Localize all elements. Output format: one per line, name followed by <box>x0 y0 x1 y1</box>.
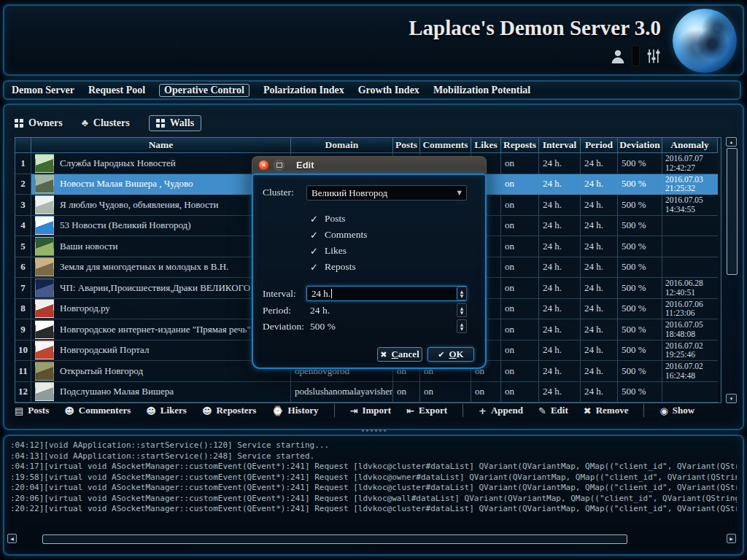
import-button-label: Import <box>362 405 391 416</box>
append-button[interactable]: +Append <box>479 405 523 416</box>
dialog-title: Edit <box>296 160 314 171</box>
column-header-Likes[interactable]: Likes <box>471 138 501 153</box>
likers-button[interactable]: ☻Likers <box>146 405 187 416</box>
smiley-icon: ☻ <box>64 405 74 416</box>
checkmark-icon: ✓ <box>310 246 318 257</box>
deviation-cell: 500 % <box>618 174 662 195</box>
row-thumbnail <box>35 382 54 401</box>
smiley-icon: ☻ <box>202 405 212 416</box>
deviation-spinner[interactable]: ▲▼ <box>457 319 467 333</box>
posts-button[interactable]: ▤Posts <box>15 405 49 416</box>
wall-name: Подслушано Малая Вишера <box>60 386 174 397</box>
export-icon: ⇤ <box>406 405 414 416</box>
column-header-Deviation[interactable]: Deviation <box>618 138 662 153</box>
period-cell: 24 h. <box>581 341 618 362</box>
column-header-Posts[interactable]: Posts <box>393 138 420 153</box>
remove-button[interactable]: ✖Remove <box>584 405 629 416</box>
interval-input[interactable]: 24 h. <box>306 286 467 301</box>
row-number: 10 <box>15 341 31 362</box>
wall-name: 53 Новости (Великий Новгород) <box>60 219 190 231</box>
tab-polarization-index[interactable]: Polarization Index <box>263 85 344 96</box>
export-button[interactable]: ⇤Export <box>406 405 447 416</box>
history-button[interactable]: ⌚History <box>271 405 318 416</box>
tab-mobilization-potential[interactable]: Mobilization Potential <box>433 85 530 96</box>
name-cell: Подслушано Малая Вишера <box>31 382 291 403</box>
interval-cell: 24 h. <box>539 361 581 382</box>
deviation-cell: 500 % <box>618 341 662 362</box>
row-thumbnail <box>35 195 54 214</box>
reposts-cell: on <box>501 153 539 174</box>
anomaly-cell: 2016.07.03 21:25:32 <box>662 174 718 195</box>
row-number: 2 <box>15 174 31 195</box>
checkbox-likes[interactable]: ✓Likes <box>310 245 347 257</box>
user-icon[interactable] <box>611 48 625 64</box>
owners-button[interactable]: Owners <box>15 117 63 129</box>
tab-request-pool[interactable]: Request Pool <box>88 85 145 96</box>
column-header-Name[interactable]: Name <box>31 138 291 153</box>
horizontal-scrollbar-thumb[interactable] <box>42 534 627 544</box>
close-icon[interactable]: ✕ <box>258 160 269 171</box>
wall-name: Новгородское интернет-издание "Прямая ре… <box>60 324 251 335</box>
column-header-num[interactable] <box>15 138 31 153</box>
import-icon: ⇥ <box>350 405 358 416</box>
column-header-Period[interactable]: Period <box>581 138 618 153</box>
ok-button[interactable]: ✔OK <box>427 347 474 362</box>
nav-bar: Demon ServerRequest PoolOperative Contro… <box>3 80 741 100</box>
scroll-down-button[interactable]: ▼ <box>726 394 737 403</box>
sliders-icon[interactable] <box>646 48 661 64</box>
wall-name: Земля для многодетных и молодых в В.Н. <box>60 261 228 273</box>
deviation-label: Deviation: <box>263 321 304 332</box>
scroll-right-button[interactable]: ▶ <box>727 534 736 543</box>
walls-button[interactable]: Walls <box>149 115 201 131</box>
column-header-Comments[interactable]: Comments <box>420 138 471 153</box>
action-toolbar: ▤Posts☻Commenters☻Likers☻Reposters⌚Histo… <box>15 404 694 417</box>
reposts-cell: on <box>501 257 539 279</box>
cluster-select[interactable]: Великий Новгород ▼ <box>306 185 467 201</box>
edit-button[interactable]: ✎Edit <box>538 405 568 416</box>
tab-growth-index[interactable]: Growth Index <box>358 85 419 96</box>
period-label: Period: <box>263 305 291 316</box>
checkbox-reposts[interactable]: ✓Reposts <box>310 261 356 273</box>
anomaly-cell: 2016.06.28 12:40:51 <box>662 278 718 299</box>
interval-spinner[interactable]: ▲▼ <box>457 287 467 300</box>
vertical-scrollbar-thumb[interactable] <box>727 148 738 275</box>
import-button[interactable]: ⇥Import <box>350 405 392 416</box>
reposts-cell: on <box>501 361 539 382</box>
column-header-Anomaly[interactable]: Anomaly <box>662 138 718 153</box>
row-thumbnail <box>35 341 54 359</box>
table-row[interactable]: 12Подслушано Малая Вишераpodslushanomala… <box>15 382 721 403</box>
reposters-button[interactable]: ☻Reposters <box>202 405 256 416</box>
maximize-icon[interactable] <box>274 160 285 171</box>
pencil-icon: ✎ <box>538 405 546 416</box>
log-line: :19:58][virtual void ASocketManager::cus… <box>10 472 737 483</box>
header-panel: Laplace's Demon Server 3.0 <box>3 4 744 76</box>
cancel-button[interactable]: ✖Cancel <box>377 347 422 362</box>
export-button-label: Export <box>419 405 447 416</box>
splitter-handle[interactable] <box>359 429 388 432</box>
tab-operative-control[interactable]: Operative Control <box>159 84 249 97</box>
period-spinner[interactable]: ▲▼ <box>457 303 467 317</box>
column-header-Reposts[interactable]: Reposts <box>501 138 539 153</box>
checkbox-posts[interactable]: ✓Posts <box>310 213 345 225</box>
scroll-left-button[interactable]: ◀ <box>7 534 17 543</box>
cluster-selected-value: Великий Новгород <box>311 187 387 199</box>
reposts-cell: on <box>501 382 539 403</box>
deviation-value[interactable]: 500 % <box>310 321 336 332</box>
clusters-button-label: Clusters <box>93 117 130 129</box>
tab-demon-server[interactable]: Demon Server <box>12 85 74 96</box>
checkbox-comments[interactable]: ✓Comments <box>310 229 367 241</box>
commenters-button[interactable]: ☻Commenters <box>64 405 131 416</box>
posts-button-label: Posts <box>28 405 49 416</box>
show-button[interactable]: ◉Show <box>659 405 694 416</box>
deviation-cell: 500 % <box>618 236 662 257</box>
clusters-button[interactable]: ♣Clusters <box>82 117 130 129</box>
column-header-Domain[interactable]: Domain <box>291 138 393 153</box>
dialog-titlebar[interactable]: ✕ Edit <box>252 156 487 174</box>
column-header-Interval[interactable]: Interval <box>539 138 581 153</box>
row-thumbnail <box>35 174 54 193</box>
scroll-up-button[interactable]: ▲ <box>726 137 737 147</box>
period-cell: 24 h. <box>581 195 618 216</box>
row-thumbnail <box>35 257 54 276</box>
period-value[interactable]: 24 h. <box>310 305 330 316</box>
anomaly-cell <box>662 236 718 257</box>
